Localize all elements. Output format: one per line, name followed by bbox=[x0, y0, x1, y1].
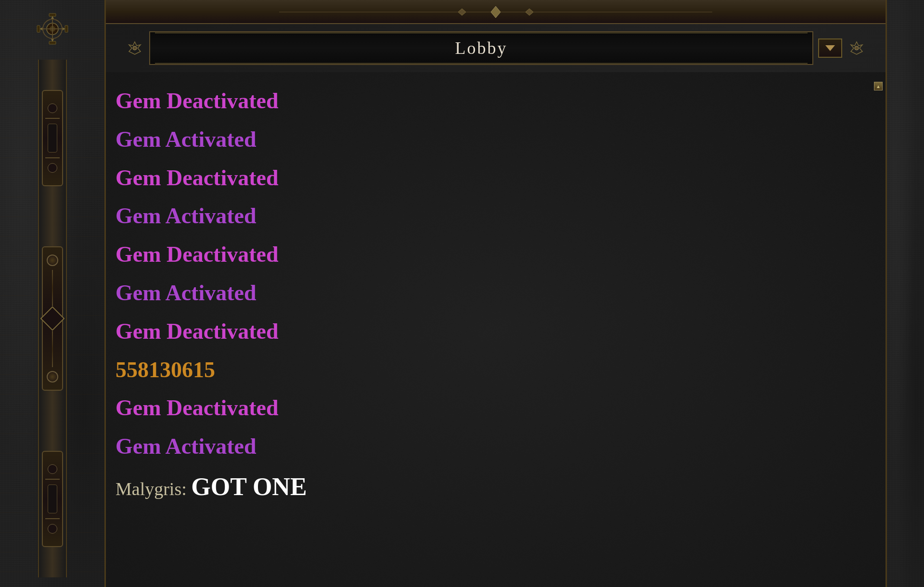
svg-marker-14 bbox=[491, 6, 500, 18]
svg-rect-12 bbox=[65, 26, 68, 32]
svg-rect-11 bbox=[37, 26, 40, 32]
svg-marker-7 bbox=[39, 27, 42, 30]
svg-point-17 bbox=[133, 46, 137, 50]
log-entry: Gem Activated bbox=[116, 427, 871, 466]
game-window: Lobby Gem DeactivatedGem ActivatedGem De… bbox=[0, 0, 924, 587]
svg-marker-15 bbox=[458, 9, 466, 15]
lobby-title: Lobby bbox=[455, 38, 508, 58]
svg-rect-10 bbox=[49, 41, 56, 44]
log-entry: Gem Activated bbox=[116, 120, 871, 159]
log-entry: Gem Deactivated bbox=[116, 312, 871, 351]
svg-point-2 bbox=[50, 26, 55, 32]
title-dropdown-button[interactable] bbox=[818, 38, 842, 58]
log-entry: Gem Deactivated bbox=[116, 389, 871, 427]
title-right-ornament bbox=[847, 41, 866, 55]
chat-message: GOT ONE bbox=[191, 473, 307, 500]
svg-point-0 bbox=[43, 19, 62, 38]
left-decorative-panel bbox=[0, 0, 106, 587]
title-bar: Lobby bbox=[149, 31, 813, 65]
left-decorative-rail bbox=[38, 60, 67, 577]
log-entry: Gem Deactivated bbox=[116, 82, 871, 120]
top-decorative-strip bbox=[106, 0, 886, 24]
main-content-area: Lobby Gem DeactivatedGem ActivatedGem De… bbox=[106, 0, 886, 587]
rail-ornament-top bbox=[42, 90, 63, 186]
right-decorative-panel bbox=[886, 0, 924, 587]
title-bar-container: Lobby bbox=[106, 24, 886, 72]
log-entry: Gem Deactivated bbox=[116, 159, 871, 197]
svg-point-18 bbox=[855, 46, 859, 50]
chat-username: Malygris: bbox=[116, 479, 191, 499]
log-entry: Gem Activated bbox=[116, 197, 871, 235]
top-cross-ornament bbox=[36, 12, 69, 48]
svg-marker-8 bbox=[63, 27, 65, 30]
rail-ornament-mid bbox=[42, 246, 63, 391]
log-entry: Gem Deactivated bbox=[116, 235, 871, 274]
svg-point-1 bbox=[47, 23, 58, 35]
log-entry: 558130615 bbox=[116, 351, 871, 389]
svg-marker-5 bbox=[51, 16, 54, 19]
rail-ornament-bottom bbox=[42, 451, 63, 547]
scroll-up-button[interactable]: ▲ bbox=[874, 82, 883, 90]
log-area: Gem DeactivatedGem ActivatedGem Deactiva… bbox=[106, 72, 886, 587]
svg-marker-16 bbox=[526, 9, 533, 15]
log-entry: Gem Activated bbox=[116, 274, 871, 312]
svg-marker-6 bbox=[51, 39, 54, 42]
title-left-ornament bbox=[125, 41, 144, 55]
scrollbar[interactable]: ▲ bbox=[873, 82, 883, 577]
log-entries-list: Gem DeactivatedGem ActivatedGem Deactiva… bbox=[116, 82, 871, 508]
log-entry: Malygris: GOT ONE bbox=[116, 466, 871, 508]
svg-rect-9 bbox=[49, 13, 56, 16]
